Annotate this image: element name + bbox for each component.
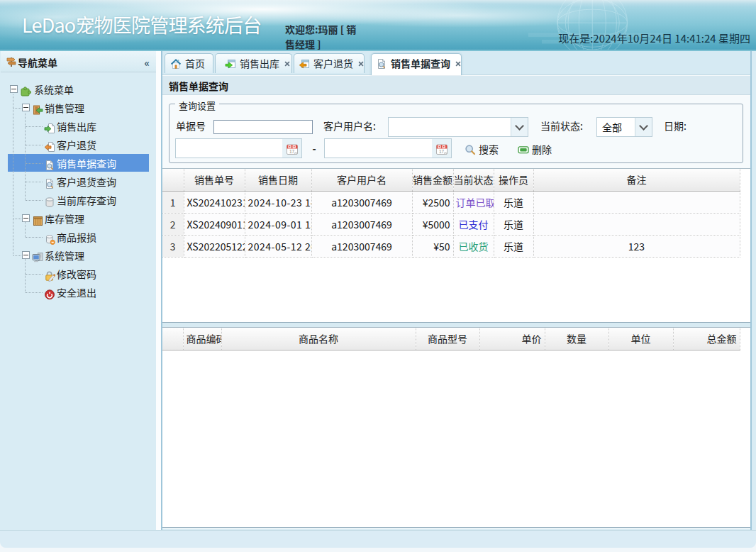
svg-text:17: 17 (439, 149, 445, 154)
svg-text:17: 17 (289, 149, 295, 154)
